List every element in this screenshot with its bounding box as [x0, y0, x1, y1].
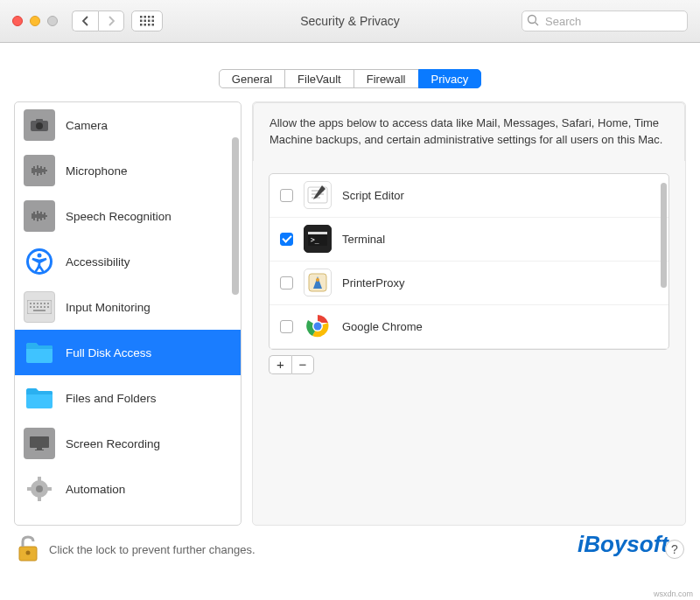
sidebar-item-accessibility[interactable]: Accessibility: [15, 239, 241, 284]
accessibility-icon: [24, 246, 55, 277]
script-editor-icon: [304, 181, 332, 209]
gear-icon: [24, 473, 55, 505]
svg-rect-62: [47, 487, 52, 491]
app-checkbox[interactable]: [280, 233, 293, 246]
svg-point-15: [36, 122, 43, 129]
svg-rect-9: [144, 24, 147, 26]
svg-point-39: [38, 254, 42, 258]
footer: Click the lock to prevent further change…: [0, 526, 700, 574]
show-all-button[interactable]: [131, 10, 163, 31]
sidebar-item-files-and-folders[interactable]: Files and Folders: [15, 375, 241, 421]
privacy-category-list: Camera Microphone Speech Recognition Acc…: [14, 101, 242, 526]
svg-rect-56: [35, 450, 44, 450]
svg-point-68: [316, 278, 319, 282]
sidebar-item-speech-recognition[interactable]: Speech Recognition: [15, 193, 241, 239]
svg-rect-52: [47, 306, 49, 308]
sidebar-item-label: Full Disk Access: [66, 346, 151, 359]
forward-button[interactable]: [98, 10, 124, 31]
svg-rect-44: [40, 303, 42, 304]
svg-rect-11: [152, 24, 155, 26]
svg-rect-6: [148, 20, 150, 23]
svg-rect-59: [38, 477, 41, 481]
app-list: Script Editor >_ Terminal PrinterProxy: [269, 173, 669, 350]
add-button[interactable]: +: [269, 355, 291, 374]
sidebar-item-camera[interactable]: Camera: [15, 102, 241, 148]
sidebar-scrollbar[interactable]: [232, 137, 239, 338]
grid-icon: [140, 16, 154, 26]
sidebar-item-automation[interactable]: Automation: [15, 466, 241, 512]
sidebar-item-label: Speech Recognition: [66, 210, 172, 223]
back-button[interactable]: [72, 10, 98, 31]
svg-rect-16: [36, 119, 43, 122]
app-row[interactable]: >_ Terminal: [270, 218, 668, 262]
tab-privacy[interactable]: Privacy: [418, 69, 482, 88]
display-icon: [24, 428, 55, 459]
minimize-window-button[interactable]: [30, 16, 40, 26]
app-label: PrinterProxy: [342, 276, 405, 290]
lock-message: Click the lock to prevent further change…: [49, 543, 256, 556]
tab-firewall[interactable]: Firewall: [354, 69, 419, 88]
unlocked-lock-icon: [16, 534, 40, 562]
close-window-button[interactable]: [12, 16, 23, 26]
svg-rect-41: [30, 303, 32, 304]
svg-rect-60: [38, 497, 41, 501]
svg-rect-49: [37, 306, 38, 308]
app-checkbox[interactable]: [280, 189, 293, 202]
svg-rect-65: [308, 232, 327, 234]
sidebar-item-full-disk-access[interactable]: Full Disk Access: [15, 330, 241, 375]
svg-rect-10: [148, 24, 150, 26]
tab-general[interactable]: General: [219, 69, 285, 88]
terminal-icon: >_: [304, 225, 332, 253]
svg-rect-55: [37, 448, 42, 450]
sidebar-item-screen-recording[interactable]: Screen Recording: [15, 421, 241, 466]
svg-text:>_: >_: [311, 236, 319, 244]
app-list-scrollbar[interactable]: [661, 183, 667, 314]
chrome-icon: [304, 312, 332, 340]
search-input[interactable]: [522, 10, 688, 31]
remove-button[interactable]: −: [291, 355, 314, 374]
app-label: Script Editor: [342, 189, 404, 202]
sidebar-item-label: Files and Folders: [66, 392, 157, 405]
app-checkbox[interactable]: [280, 276, 293, 290]
svg-rect-48: [33, 306, 35, 308]
sidebar-item-label: Microphone: [66, 164, 128, 178]
app-checkbox[interactable]: [280, 320, 293, 333]
lock-button[interactable]: [16, 534, 40, 565]
sidebar-item-label: Input Monitoring: [66, 301, 150, 314]
svg-rect-8: [140, 24, 143, 26]
svg-rect-50: [40, 306, 42, 308]
svg-rect-53: [33, 310, 46, 311]
svg-rect-61: [27, 487, 32, 491]
help-button[interactable]: ?: [665, 540, 684, 559]
svg-rect-3: [152, 16, 155, 18]
description-text: Allow the apps below to access data like…: [253, 102, 685, 161]
detail-panel: Allow the apps below to access data like…: [252, 101, 686, 526]
sidebar-item-label: Accessibility: [66, 255, 130, 269]
sidebar-item-microphone[interactable]: Microphone: [15, 148, 241, 193]
speech-icon: [24, 200, 55, 232]
app-row[interactable]: PrinterProxy: [270, 262, 668, 305]
svg-rect-7: [152, 20, 155, 23]
sidebar-item-input-monitoring[interactable]: Input Monitoring: [15, 284, 241, 330]
chevron-right-icon: [108, 16, 115, 26]
camera-icon: [24, 109, 55, 141]
folder-icon: [24, 382, 55, 414]
search-icon: [527, 14, 539, 26]
svg-point-71: [314, 323, 322, 331]
watermark: wsxdn.com: [654, 590, 693, 598]
app-row[interactable]: Google Chrome: [270, 305, 668, 349]
folder-icon: [24, 337, 55, 368]
window-controls: [12, 16, 58, 26]
svg-point-58: [36, 485, 43, 492]
sidebar-item-label: Automation: [66, 483, 125, 496]
sidebar-item-label: Camera: [66, 119, 108, 132]
branding-logo: iBoysoft: [578, 531, 668, 558]
svg-rect-1: [144, 16, 147, 18]
keyboard-icon: [24, 291, 55, 323]
svg-rect-47: [30, 306, 32, 308]
svg-rect-43: [37, 303, 38, 304]
tab-filevault[interactable]: FileVault: [284, 69, 354, 88]
app-row[interactable]: Script Editor: [270, 174, 668, 218]
tab-bar: General FileVault Firewall Privacy: [0, 69, 700, 88]
svg-rect-54: [30, 436, 49, 448]
